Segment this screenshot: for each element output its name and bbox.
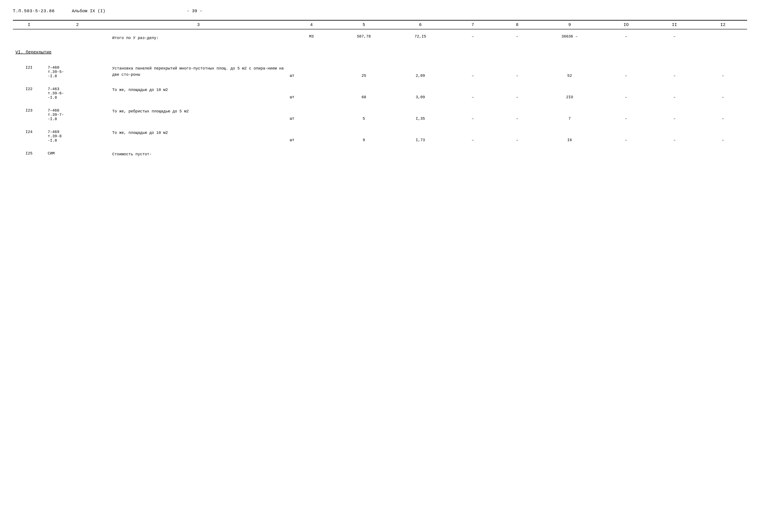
row-description: То же, ребристых площадью до 5 м2: [110, 102, 287, 123]
row-ref: 7–460 т.39-5- -I.8: [45, 59, 110, 80]
row-col9: 52: [537, 59, 602, 80]
row-col5: [336, 145, 392, 160]
row-unit: шт: [287, 123, 336, 145]
summary-col5: 507,78: [336, 29, 392, 43]
row-col6: 3,09: [392, 80, 449, 102]
document-ref: Т.П.503-5-23.86: [13, 9, 55, 14]
summary-row: Итого по У раз-делу: М3 507,78 72,I5 – –…: [13, 29, 747, 43]
table-row: I23 7–466 т.39-7- -I.8 То же, ребристых …: [13, 102, 747, 123]
row-col6: 2,09: [392, 59, 449, 80]
row-col11: –: [650, 80, 699, 102]
summary-col9: 36636 –: [537, 29, 602, 43]
row-unit: шт: [287, 80, 336, 102]
row-col12: –: [699, 59, 747, 80]
summary-col12: [699, 29, 747, 43]
col-header-5: 5: [336, 21, 392, 29]
row-description: Установка панелей перекрытий много-пусто…: [110, 59, 287, 80]
row-num: I2I: [13, 59, 45, 80]
row-unit: шт: [287, 102, 336, 123]
row-col11: [650, 145, 699, 160]
summary-num: [13, 29, 45, 43]
row-col6: I,35: [392, 102, 449, 123]
row-col5: 25: [336, 59, 392, 80]
row-num: I22: [13, 80, 45, 102]
section-title: VI. Перекрытие: [16, 50, 52, 55]
row-description: То же, площадью до 10 м2: [110, 80, 287, 102]
row-col12: [699, 145, 747, 160]
row-col11: –: [650, 123, 699, 145]
row-num: I24: [13, 123, 45, 145]
row-col5: 5: [336, 102, 392, 123]
row-unit: шт: [287, 59, 336, 80]
table-row: I22 7–463 т.39-6- -I.8 То же, площадью д…: [13, 80, 747, 102]
column-header-row: I 2 3 4 5 6 7 8 9 IO II I2: [13, 21, 747, 29]
row-col8: [497, 145, 537, 160]
summary-col10: –: [602, 29, 650, 43]
row-col10: –: [602, 102, 650, 123]
row-description: Стоимость пустот-: [110, 145, 287, 160]
summary-col8: –: [497, 29, 537, 43]
row-col8: –: [497, 59, 537, 80]
main-table: I 2 3 4 5 6 7 8 9 IO II I2 Итого по У ра…: [13, 20, 747, 160]
col-header-7: 7: [449, 21, 497, 29]
row-col11: –: [650, 59, 699, 80]
summary-col6: 72,I5: [392, 29, 449, 43]
table-row: I24 7–469 т.39-8 -I.8 То же, площадью до…: [13, 123, 747, 145]
col-header-1: I: [13, 21, 45, 29]
row-col10: –: [602, 123, 650, 145]
row-col10: –: [602, 59, 650, 80]
col-header-10: IO: [602, 21, 650, 29]
summary-ref: [45, 29, 110, 43]
row-col12: –: [699, 80, 747, 102]
row-col9: [537, 145, 602, 160]
col-header-11: II: [650, 21, 699, 29]
col-header-3: 3: [110, 21, 287, 29]
row-col7: –: [449, 123, 497, 145]
row-col6: I,73: [392, 123, 449, 145]
row-col9: 7: [537, 102, 602, 123]
summary-col7: –: [449, 29, 497, 43]
row-col8: –: [497, 123, 537, 145]
col-header-6: 6: [392, 21, 449, 29]
col-header-12: I2: [699, 21, 747, 29]
col-header-2: 2: [45, 21, 110, 29]
row-ref: 7–469 т.39-8 -I.8: [45, 123, 110, 145]
table-row: I25 СИМ Стоимость пустот-: [13, 145, 747, 160]
row-ref: 7–466 т.39-7- -I.8: [45, 102, 110, 123]
row-col7: –: [449, 102, 497, 123]
row-unit: [287, 145, 336, 160]
col-header-9: 9: [537, 21, 602, 29]
col-header-8: 8: [497, 21, 537, 29]
page-number: - 39 -: [187, 9, 202, 14]
row-col11: –: [650, 102, 699, 123]
row-col7: –: [449, 80, 497, 102]
row-col9: I6: [537, 123, 602, 145]
row-col7: [449, 145, 497, 160]
row-description: То же, площадью до 10 м2: [110, 123, 287, 145]
row-ref: СИМ: [45, 145, 110, 160]
album-title: Альбом IX (I): [72, 9, 105, 14]
summary-col11: –: [650, 29, 699, 43]
row-col9: 2IO: [537, 80, 602, 102]
main-table-container: I 2 3 4 5 6 7 8 9 IO II I2 Итого по У ра…: [13, 20, 747, 160]
row-ref: 7–463 т.39-6- -I.8: [45, 80, 110, 102]
row-col12: –: [699, 123, 747, 145]
row-col8: –: [497, 80, 537, 102]
row-col10: –: [602, 80, 650, 102]
row-col12: –: [699, 102, 747, 123]
page-header: Т.П.503-5-23.86 Альбом IX (I) - 39 -: [13, 9, 747, 14]
row-num: I25: [13, 145, 45, 160]
row-col6: [392, 145, 449, 160]
section-header-row: VI. Перекрытие: [13, 43, 747, 59]
row-col5: 9: [336, 123, 392, 145]
row-col7: –: [449, 59, 497, 80]
summary-label: Итого по У раз-делу:: [110, 29, 287, 43]
row-col10: [602, 145, 650, 160]
row-num: I23: [13, 102, 45, 123]
col-header-4: 4: [287, 21, 336, 29]
summary-unit: М3: [287, 29, 336, 43]
table-row: I2I 7–460 т.39-5- -I.8 Установка панелей…: [13, 59, 747, 80]
row-col8: –: [497, 102, 537, 123]
section-header-cell: VI. Перекрытие: [13, 43, 747, 59]
row-col5: 68: [336, 80, 392, 102]
